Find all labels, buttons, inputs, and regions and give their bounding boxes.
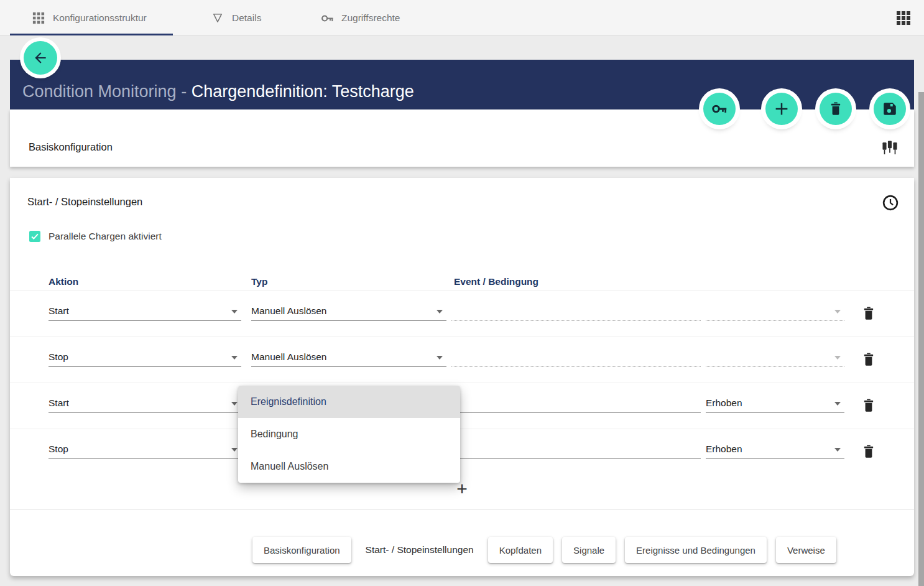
checkbox-checked-icon bbox=[29, 231, 40, 242]
typ-select[interactable]: Manuell Auslösen bbox=[251, 302, 446, 321]
plus-icon bbox=[772, 100, 791, 118]
chevron-down-icon bbox=[437, 310, 443, 314]
delete-row-button[interactable] bbox=[861, 351, 877, 368]
menu-item-manuell-ausloesen[interactable]: Manuell Auslösen bbox=[238, 450, 460, 483]
app-window: Konfigurationsstruktur Details Zugriffsr… bbox=[0, 0, 924, 586]
grid-icon bbox=[32, 12, 45, 24]
event-input[interactable] bbox=[451, 348, 701, 367]
typ-value: Manuell Auslösen bbox=[251, 351, 327, 362]
trash-icon bbox=[861, 398, 877, 414]
sliders-icon[interactable] bbox=[880, 137, 899, 157]
table-row: Start Erhoben bbox=[10, 383, 914, 429]
tab-label: Konfigurationsstruktur bbox=[53, 12, 147, 24]
event-select[interactable] bbox=[451, 394, 701, 413]
typ-select[interactable]: Manuell Auslösen bbox=[251, 348, 446, 367]
filter-icon bbox=[211, 12, 224, 24]
trash-icon bbox=[828, 101, 844, 117]
settings-section-title: Start- / Stopeinstellungen bbox=[27, 196, 142, 208]
menu-item-bedingung[interactable]: Bedingung bbox=[238, 418, 460, 450]
chevron-down-icon bbox=[231, 448, 238, 452]
save-button[interactable] bbox=[874, 93, 906, 125]
delete-row-button[interactable] bbox=[861, 305, 877, 322]
checkbox-label: Parallele Chargen aktiviert bbox=[49, 231, 162, 242]
delete-row-button[interactable] bbox=[861, 444, 877, 460]
tab-zugriffsrechte[interactable]: Zugriffsrechte bbox=[321, 0, 400, 35]
arrow-left-icon bbox=[32, 50, 49, 66]
chevron-down-icon bbox=[834, 310, 841, 314]
aktion-value: Stop bbox=[49, 444, 68, 454]
top-tab-bar: Konfigurationsstruktur Details Zugriffsr… bbox=[0, 0, 924, 35]
qualifier-value: Erhoben bbox=[706, 444, 742, 454]
chevron-down-icon bbox=[437, 356, 443, 360]
key-icon bbox=[321, 12, 333, 24]
back-button[interactable] bbox=[24, 41, 57, 75]
aktion-select[interactable]: Stop bbox=[49, 440, 241, 459]
parallel-charges-checkbox[interactable]: Parallele Chargen aktiviert bbox=[29, 231, 162, 242]
scrollbar-thumb[interactable] bbox=[918, 92, 924, 586]
aktion-value: Stop bbox=[49, 351, 68, 362]
nav-verweise-button[interactable]: Verweise bbox=[776, 537, 836, 563]
nav-basiskonfiguration-button[interactable]: Basiskonfiguration bbox=[252, 537, 351, 563]
tab-konfigurationsstruktur[interactable]: Konfigurationsstruktur bbox=[10, 0, 173, 35]
column-header-aktion: Aktion bbox=[49, 276, 78, 287]
event-input[interactable] bbox=[451, 302, 701, 321]
grid-icon bbox=[897, 11, 910, 25]
page-title-main: Chargendefinition: Testcharge bbox=[192, 82, 414, 101]
bottom-nav: Basiskonfiguration Start- / Stopeinstell… bbox=[10, 509, 914, 576]
nav-kopfdaten-button[interactable]: Kopfdaten bbox=[488, 537, 553, 563]
menu-item-ereignisdefinition[interactable]: Ereignisdefinition bbox=[238, 386, 460, 418]
typ-dropdown-menu: Ereignisdefinition Bedingung Manuell Aus… bbox=[238, 386, 460, 483]
column-header-event: Event / Bedingung bbox=[454, 276, 538, 287]
aktion-select[interactable]: Stop bbox=[49, 348, 241, 367]
column-header-typ: Typ bbox=[251, 276, 267, 287]
aktion-value: Start bbox=[49, 305, 69, 316]
typ-value: Manuell Auslösen bbox=[251, 305, 327, 316]
qualifier-value: Erhoben bbox=[706, 398, 742, 408]
chevron-down-icon bbox=[231, 402, 238, 406]
chevron-down-icon bbox=[231, 310, 238, 314]
table-row: Start Manuell Auslösen bbox=[10, 291, 914, 337]
event-select[interactable] bbox=[451, 440, 701, 459]
add-button[interactable] bbox=[765, 93, 798, 125]
aktion-value: Start bbox=[49, 398, 69, 408]
chevron-down-icon bbox=[231, 356, 238, 360]
page-title: Condition Monitoring - Chargendefinition… bbox=[22, 82, 414, 101]
qualifier-select[interactable]: Erhoben bbox=[706, 394, 844, 413]
save-icon bbox=[882, 101, 898, 117]
basis-section-title: Basiskonfiguration bbox=[29, 141, 113, 153]
settings-section-card: Start- / Stopeinstellungen Parallele Cha… bbox=[10, 178, 914, 576]
aktion-select[interactable]: Start bbox=[49, 394, 241, 413]
add-row: + bbox=[10, 475, 914, 512]
trash-icon bbox=[861, 305, 877, 322]
nav-current-section-label: Start- / Stopeinstellungen bbox=[361, 544, 479, 556]
key-icon bbox=[711, 101, 728, 117]
delete-row-button[interactable] bbox=[861, 398, 877, 414]
bottom-nav-items: Basiskonfiguration Start- / Stopeinstell… bbox=[252, 537, 836, 563]
clock-icon[interactable] bbox=[881, 193, 900, 212]
tab-details[interactable]: Details bbox=[211, 0, 261, 35]
nav-signale-button[interactable]: Signale bbox=[562, 537, 616, 563]
qualifier-select[interactable] bbox=[706, 302, 844, 321]
nav-ereignisse-button[interactable]: Ereignisse und Bedingungen bbox=[625, 537, 767, 563]
table-header: Aktion Typ Event / Bedingung bbox=[10, 276, 914, 291]
qualifier-select[interactable]: Erhoben bbox=[706, 440, 844, 459]
delete-button[interactable] bbox=[820, 93, 852, 125]
chevron-down-icon bbox=[834, 356, 841, 360]
tab-label: Details bbox=[232, 12, 261, 24]
trash-icon bbox=[861, 444, 877, 460]
aktion-select[interactable]: Start bbox=[49, 302, 241, 321]
page-title-prefix: Condition Monitoring - bbox=[22, 82, 192, 101]
chevron-down-icon bbox=[834, 448, 841, 452]
table-row: Stop Erhoben bbox=[10, 429, 914, 475]
table-row: Stop Manuell Auslösen bbox=[10, 337, 914, 383]
qualifier-select[interactable] bbox=[706, 348, 844, 367]
table-body: Start Manuell Auslösen Stop Manuell Ausl… bbox=[10, 291, 914, 512]
permissions-button[interactable] bbox=[703, 93, 736, 125]
chevron-down-icon bbox=[834, 402, 841, 406]
tab-label: Zugriffsrechte bbox=[341, 12, 400, 24]
trash-icon bbox=[861, 351, 877, 368]
apps-grid-icon[interactable] bbox=[897, 11, 910, 25]
